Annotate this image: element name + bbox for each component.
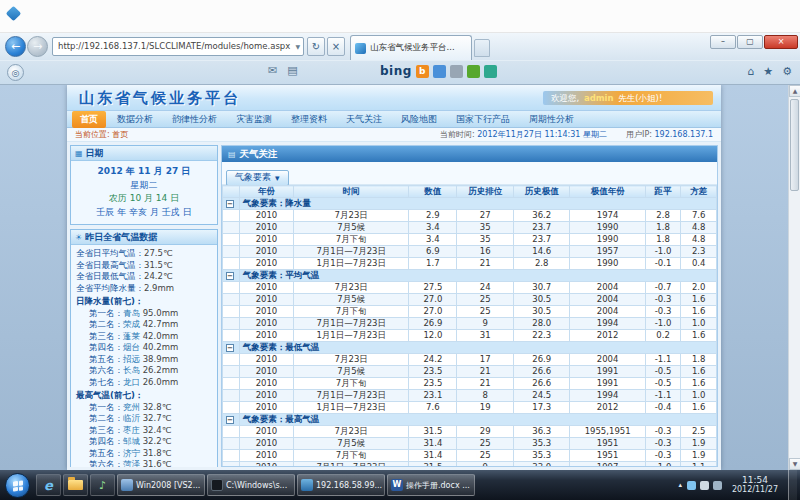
weather-rank-entry: 第一名：兖州 32.8℃ (76, 402, 214, 414)
maximize-button[interactable]: ▢ (737, 35, 763, 49)
nav-item-3[interactable]: 灾害监测 (228, 111, 280, 128)
taskbar-task-0[interactable]: Win2008 [VS2... (117, 474, 205, 496)
favorites-star-icon[interactable]: ★ (763, 65, 773, 78)
table-cell: 31.4 (409, 450, 457, 462)
taskbar-tasks: Win2008 [VS2...C:\Windows\s...192.168.58… (116, 474, 476, 496)
window-controls: – ▢ × (710, 35, 798, 49)
windows-flag-icon (13, 480, 23, 491)
scroll-up-icon[interactable]: ▲ (789, 85, 800, 97)
table-header-cell: 历史排位 (457, 186, 514, 198)
table-row[interactable]: 20107月1日—7月23日26.9928.01994-1.01.0 (223, 318, 717, 330)
scrollbar-thumb[interactable] (790, 99, 799, 191)
address-bar[interactable]: http://192.168.137.1/SLCCLIMATE/modules/… (52, 37, 304, 56)
network-tray-icon[interactable] (700, 481, 709, 490)
table-row[interactable]: 20107月5候27.02530.52004-0.31.6 (223, 294, 717, 306)
browser-back-button[interactable]: ← (5, 36, 26, 57)
table-row[interactable]: 20107月下旬3.43523.719901.84.8 (223, 234, 717, 246)
home-icon[interactable]: ⌂ (747, 65, 754, 78)
desktop-screen: ← → http://192.168.137.1/SLCCLIMATE/modu… (0, 0, 800, 500)
start-button[interactable] (5, 473, 30, 498)
table-cell: 0.2 (645, 330, 681, 342)
table-group-row[interactable]: −气象要素：最低气温 (223, 342, 717, 354)
table-row[interactable]: 20107月下旬27.02530.52004-0.31.6 (223, 306, 717, 318)
table-row[interactable]: 20101月1日—7月23日12.03122.320120.21.6 (223, 330, 717, 342)
table-cell: 2004 (570, 354, 645, 366)
table-row[interactable]: 20101月1日—7月23日7.61917.32012-0.41.6 (223, 402, 717, 414)
new-tab-button[interactable] (474, 39, 490, 57)
table-row[interactable]: 20107月23日2.92736.219742.87.6 (223, 210, 717, 222)
leaf-icon[interactable] (467, 65, 480, 78)
table-cell: 2.0 (681, 282, 717, 294)
nav-item-2[interactable]: 韵律性分析 (164, 111, 225, 128)
taskbar-clock[interactable]: 11:54 2012/11/27 (727, 475, 783, 495)
table-cell: 2004 (570, 282, 645, 294)
collapse-icon[interactable]: − (226, 200, 234, 208)
table-row[interactable]: 20107月1日—7月23日31.5933.01997-1.01.1 (223, 462, 717, 467)
compass-icon[interactable]: ◎ (7, 64, 24, 81)
table-row[interactable]: 20107月1日—7月23日23.1824.51994-1.11.0 (223, 390, 717, 402)
scroll-down-icon[interactable]: ▼ (789, 458, 800, 470)
table-cell: 4.8 (681, 222, 717, 234)
taskbar-task-1[interactable]: C:\Windows\s... (207, 474, 295, 496)
table-row[interactable]: 20107月23日27.52430.72004-0.72.0 (223, 282, 717, 294)
table-cell: 1991 (570, 366, 645, 378)
table-row[interactable]: 20107月1日—7月23日6.91614.61957-1.02.3 (223, 246, 717, 258)
nav-item-4[interactable]: 整理资料 (283, 111, 335, 128)
element-dropdown-button[interactable]: 气象要素 ▾ (226, 170, 289, 186)
table-cell: 26.9 (409, 318, 457, 330)
refresh-icon[interactable]: ↻ (307, 37, 325, 56)
table-row[interactable]: 20107月5候3.43523.719901.84.8 (223, 222, 717, 234)
close-button[interactable]: × (764, 35, 798, 49)
page-scrollbar[interactable]: ▲ ▼ (788, 85, 800, 470)
media-player-taskbar-icon[interactable]: ♪ (90, 474, 115, 496)
table-row[interactable]: 20107月下旬31.42535.31951-0.31.9 (223, 450, 717, 462)
table-row[interactable]: 20107月23日31.52936.31955,1951-0.32.5 (223, 426, 717, 438)
table-row[interactable]: 20107月下旬23.52126.61991-0.51.6 (223, 378, 717, 390)
table-group-row[interactable]: −气象要素：最高气温 (223, 414, 717, 426)
table-group-row[interactable]: −气象要素：降水量 (223, 198, 717, 210)
mail-icon[interactable]: ✉ (268, 64, 277, 77)
browser-tab[interactable]: 山东省气候业务平台... (350, 35, 472, 60)
time-label: 当前时间: (440, 130, 475, 139)
collapse-icon[interactable]: − (226, 416, 234, 424)
weather-summary-line: 全省日最高气温：31.5℃ (76, 260, 214, 272)
page-icon[interactable]: ▤ (287, 64, 297, 77)
camera-icon[interactable] (433, 65, 446, 78)
collapse-icon[interactable]: − (226, 344, 234, 352)
taskbar-task-2[interactable]: 192.168.58.99... (297, 474, 385, 496)
nav-item-7[interactable]: 国家下行产品 (448, 111, 518, 128)
nav-item-5[interactable]: 天气关注 (338, 111, 390, 128)
browser-forward-button[interactable]: → (27, 36, 48, 57)
window-icon (6, 6, 22, 22)
table-group-row[interactable]: −气象要素：平均气温 (223, 270, 717, 282)
table-row[interactable]: 20107月5候23.52126.61991-0.51.6 (223, 366, 717, 378)
nav-item-8[interactable]: 周期性分析 (521, 111, 582, 128)
chat-icon[interactable] (484, 65, 497, 78)
table-cell: 7月23日 (294, 354, 409, 366)
stop-icon[interactable]: × (327, 37, 345, 56)
task-label: 操作手册.docx ... (406, 480, 470, 491)
tray-expand-icon[interactable]: ▴ (678, 481, 682, 489)
taskbar-task-3[interactable]: W操作手册.docx ... (387, 474, 475, 496)
table-row[interactable]: 20101月1日—7月23日1.7212.81990-0.10.4 (223, 258, 717, 270)
paw-icon[interactable] (450, 65, 463, 78)
tools-gear-icon[interactable]: ⚙ (782, 65, 792, 78)
address-dropdown-icon[interactable]: ▼ (295, 38, 300, 55)
ie-taskbar-icon[interactable]: e (36, 474, 61, 496)
update-tray-icon[interactable] (687, 481, 696, 490)
volume-tray-icon[interactable] (713, 481, 722, 490)
nav-item-1[interactable]: 数据分析 (109, 111, 161, 128)
collapse-icon[interactable]: − (226, 272, 234, 280)
table-cell: 7月5候 (294, 438, 409, 450)
nav-item-0[interactable]: 首页 (72, 111, 106, 128)
table-row[interactable]: 20107月5候31.42535.31951-0.31.9 (223, 438, 717, 450)
nav-item-6[interactable]: 风险地图 (393, 111, 445, 128)
date-panel-body: 2012 年 11 月 27 日星期二农历 10 月 14 日壬辰 年 辛亥 月… (71, 161, 217, 224)
table-row[interactable]: 20107月23日24.21726.92004-1.11.8 (223, 354, 717, 366)
table-cell: 30.5 (513, 294, 570, 306)
explorer-taskbar-icon[interactable] (63, 474, 88, 496)
show-desktop-button[interactable] (788, 470, 797, 500)
bing-b-icon[interactable]: b (416, 65, 429, 78)
minimize-button[interactable]: – (710, 35, 736, 49)
table-cell: 1月1日—7月23日 (294, 330, 409, 342)
